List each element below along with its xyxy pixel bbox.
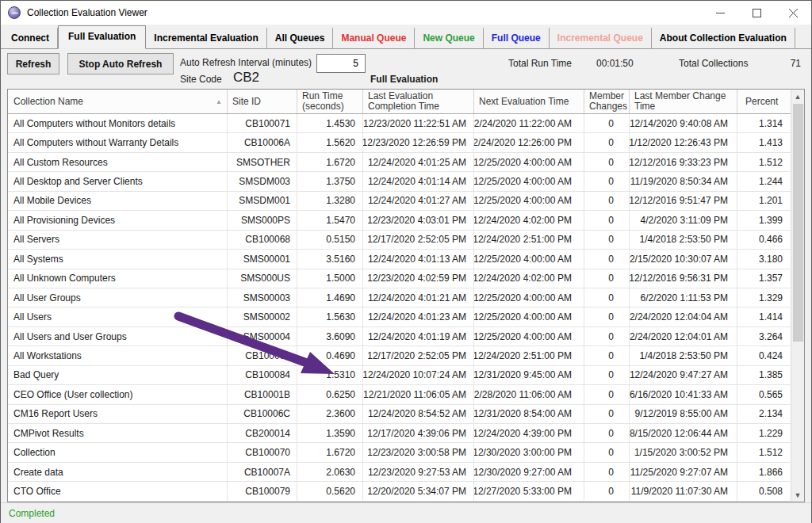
table-cell[interactable]: 0 — [584, 211, 630, 229]
table-cell[interactable]: CB100069 — [228, 346, 297, 365]
table-cell[interactable]: 12/24/2020 2:51:00 PM — [474, 346, 584, 365]
table-cell[interactable]: 12/12/2016 9:33:23 PM — [630, 153, 737, 171]
table-row[interactable]: All User GroupsSMS000031.469012/24/2020 … — [8, 288, 791, 307]
column-header-site-id[interactable]: Site ID — [228, 90, 297, 113]
table-cell[interactable]: 12/17/2020 2:52:05 PM — [363, 231, 474, 249]
table-cell[interactable]: 12/24/2020 4:01:23 AM — [363, 307, 474, 326]
table-row[interactable]: All Mobile DevicesSMSDM0011.328012/24/20… — [8, 192, 791, 211]
maximize-button[interactable] — [738, 1, 775, 25]
table-cell[interactable]: 1.3280 — [297, 192, 363, 210]
table-cell[interactable]: 3.5160 — [297, 250, 363, 268]
table-cell[interactable]: 1/4/2018 2:53:50 PM — [630, 231, 737, 249]
tab-all-queues[interactable]: All Queues — [267, 28, 334, 48]
table-cell[interactable]: SMSOTHER — [228, 153, 297, 171]
table-cell[interactable]: SMSDM003 — [228, 172, 297, 190]
table-cell[interactable]: 1.414 — [737, 307, 791, 326]
column-header-member-changes[interactable]: Member Changes — [584, 90, 630, 113]
table-cell[interactable]: 12/23/2020 4:03:01 PM — [363, 211, 474, 229]
table-cell[interactable]: 12/24/2020 4:02:00 PM — [474, 211, 584, 229]
table-cell[interactable]: SMSDM001 — [228, 192, 297, 210]
table-cell[interactable]: 12/24/2020 4:01:14 AM — [363, 172, 474, 190]
table-cell[interactable]: All Users and User Groups — [8, 327, 228, 345]
table-cell[interactable]: SMS000PS — [228, 211, 297, 229]
table-cell[interactable]: 0 — [584, 153, 630, 171]
table-cell[interactable]: 0.565 — [737, 385, 791, 403]
table-cell[interactable]: 8/15/2020 12:06:44 AM — [630, 424, 737, 442]
table-cell[interactable]: 3.264 — [737, 327, 791, 345]
table-row[interactable]: CEO Office (User collection)CB10001B0.62… — [8, 385, 791, 404]
table-cell[interactable]: 12/25/2020 4:00:00 AM — [474, 250, 584, 268]
tab-about-collection-evaluation[interactable]: About Collection Evaluation — [652, 28, 795, 48]
table-cell[interactable]: All Mobile Devices — [8, 192, 228, 210]
table-cell[interactable]: 12/30/2020 9:27:00 AM — [474, 463, 584, 481]
table-cell[interactable]: 1.413 — [737, 133, 791, 151]
table-cell[interactable]: 12/24/2020 12:04:01 AM — [630, 327, 737, 345]
table-cell[interactable]: All Users — [8, 307, 228, 326]
table-cell[interactable]: CB100071 — [228, 114, 297, 132]
refresh-button[interactable]: Refresh — [7, 53, 59, 74]
table-row[interactable]: All Users and User GroupsSMS000043.60901… — [8, 327, 791, 346]
table-row[interactable]: All UsersSMS000021.563012/24/2020 4:01:2… — [8, 307, 791, 326]
table-cell[interactable]: 0.4690 — [297, 346, 363, 365]
table-cell[interactable]: Collection — [8, 443, 228, 461]
table-cell[interactable]: 12/25/2020 4:00:00 AM — [474, 153, 584, 171]
table-cell[interactable]: Create data — [8, 463, 228, 481]
table-cell[interactable]: 1.244 — [737, 172, 791, 190]
table-cell[interactable]: 1.314 — [737, 114, 791, 132]
table-cell[interactable]: 1.6720 — [297, 443, 363, 461]
table-cell[interactable]: 1.6720 — [297, 153, 363, 171]
table-cell[interactable]: CB100079 — [228, 482, 297, 500]
table-cell[interactable]: 1/4/2018 2:53:50 PM — [630, 346, 737, 365]
column-header-next-evaluation-time[interactable]: Next Evaluation Time — [474, 90, 584, 113]
table-row[interactable]: CM16 Report UsersCB10006C2.360012/24/202… — [8, 405, 791, 424]
table-cell[interactable]: 12/24/2020 4:39:00 PM — [474, 424, 584, 442]
table-cell[interactable]: CB10007A — [228, 463, 297, 481]
table-cell[interactable]: 0 — [584, 405, 630, 423]
table-row[interactable]: CMPivot ResultsCB2000141.359012/17/2020 … — [8, 424, 791, 443]
table-cell[interactable]: 12/24/2020 4:01:13 AM — [363, 250, 474, 268]
table-cell[interactable]: All Desktop and Server Clients — [8, 172, 228, 190]
table-cell[interactable]: 12/24/2020 11:22:00 AM — [474, 114, 584, 132]
table-cell[interactable]: 0.466 — [737, 231, 791, 249]
table-cell[interactable]: 1.512 — [737, 153, 791, 171]
table-cell[interactable]: 0.5620 — [297, 482, 363, 500]
table-cell[interactable]: 12/24/2020 2:51:00 PM — [474, 231, 584, 249]
tab-connect[interactable]: Connect — [3, 28, 58, 48]
table-cell[interactable]: 12/17/2020 2:52:05 PM — [363, 346, 474, 365]
table-cell[interactable]: 12/24/2020 12:26:00 PM — [474, 133, 584, 151]
table-cell[interactable]: All Servers — [8, 231, 228, 249]
table-cell[interactable]: 1.4690 — [297, 288, 363, 307]
scroll-down-icon[interactable]: ▼ — [791, 488, 804, 502]
table-cell[interactable]: CM16 Report Users — [8, 405, 228, 423]
vertical-scrollbar[interactable]: ▲ ▼ — [791, 90, 804, 502]
table-cell[interactable]: 12/12/2016 9:51:47 PM — [630, 192, 737, 210]
table-cell[interactable]: 2.0630 — [297, 463, 363, 481]
table-cell[interactable]: 0 — [584, 346, 630, 365]
table-cell[interactable]: 12/24/2020 4:01:27 AM — [363, 192, 474, 210]
table-cell[interactable]: 1.399 — [737, 211, 791, 229]
table-cell[interactable]: 12/27/2020 5:33:00 PM — [474, 482, 584, 500]
table-cell[interactable]: 2.134 — [737, 405, 791, 423]
table-cell[interactable]: 12/21/2020 11:06:05 AM — [363, 385, 474, 403]
table-row[interactable]: All Custom ResourcesSMSOTHER1.672012/24/… — [8, 153, 791, 172]
table-cell[interactable]: SMS00002 — [228, 307, 297, 326]
table-cell[interactable]: 1.201 — [737, 192, 791, 210]
table-cell[interactable]: 1.4530 — [297, 114, 363, 132]
table-cell[interactable]: 12/20/2020 5:34:07 PM — [363, 482, 474, 500]
table-cell[interactable]: 1.5000 — [297, 269, 363, 288]
tab-full-queue[interactable]: Full Queue — [484, 28, 550, 48]
table-cell[interactable]: 12/12/2016 9:56:31 PM — [630, 269, 737, 288]
table-cell[interactable]: 1/15/2020 3:00:52 PM — [630, 443, 737, 461]
table-cell[interactable]: 11/12/2020 12:26:43 PM — [630, 133, 737, 151]
auto-refresh-interval-input[interactable] — [316, 54, 366, 73]
table-cell[interactable]: 12/25/2020 4:00:00 AM — [474, 192, 584, 210]
table-cell[interactable]: All Systems — [8, 250, 228, 268]
table-cell[interactable]: All User Groups — [8, 288, 228, 307]
table-cell[interactable]: 1.3750 — [297, 172, 363, 190]
table-row[interactable]: All ServersCB1000680.515012/17/2020 2:52… — [8, 231, 791, 250]
table-cell[interactable]: 12/28/2020 11:06:00 AM — [474, 385, 584, 403]
table-cell[interactable]: 1.5470 — [297, 211, 363, 229]
table-cell[interactable]: 0 — [584, 288, 630, 307]
table-cell[interactable]: 12/23/2020 3:00:58 PM — [363, 443, 474, 461]
table-cell[interactable]: 12/24/2020 4:02:00 PM — [474, 269, 584, 288]
